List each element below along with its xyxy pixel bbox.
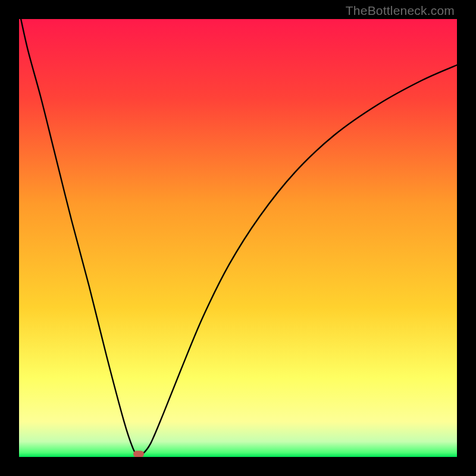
optimal-point-marker xyxy=(133,450,144,457)
plot-area xyxy=(19,19,457,457)
watermark-text: TheBottleneck.com xyxy=(346,4,455,18)
bottleneck-curve xyxy=(19,19,457,457)
chart-frame: TheBottleneck.com xyxy=(0,0,476,476)
